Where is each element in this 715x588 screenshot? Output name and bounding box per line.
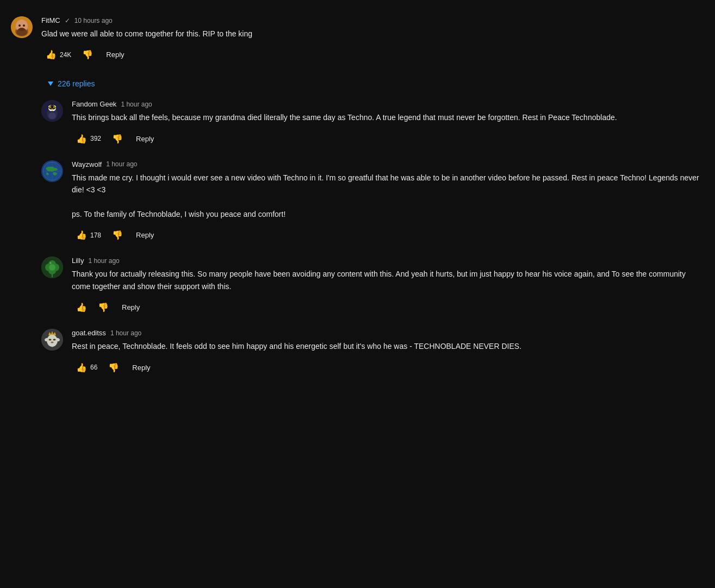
avatar-wayzwolf (41, 160, 63, 182)
svg-point-30 (50, 262, 52, 264)
thumbs-up-icon-3: 👍 (76, 230, 87, 240)
comment-header-fandom-geek: Fandom Geek 1 hour ago (72, 100, 704, 108)
comment-actions-fitmc: 👍 24K 👎 Reply (41, 46, 704, 63)
comment-text-fandom-geek: This brings back all the feels, because … (72, 111, 704, 123)
dislike-button-wayzwolf[interactable]: 👎 (108, 227, 127, 243)
avatar-goat-editss (41, 329, 63, 351)
verified-icon-fitmc: ✓ (65, 17, 70, 24)
timestamp-goat-editss: 1 hour ago (110, 329, 141, 337)
svg-point-38 (51, 342, 52, 343)
thumbs-down-icon-4: 👎 (98, 302, 109, 312)
comment-header-fitmc: FitMC ✓ 10 hours ago (41, 16, 704, 24)
comment-text-wayzwolf: This made me cry. I thought i would ever… (72, 172, 704, 221)
chevron-down-icon (48, 82, 53, 86)
comment-actions-fandom-geek: 👍 392 👎 Reply (72, 130, 704, 147)
comment-header-lilly: Lilly 1 hour ago (72, 257, 704, 265)
like-count-fitmc: 24K (60, 51, 71, 59)
replies-toggle[interactable]: 226 replies (41, 76, 102, 91)
comment-body-goat-editss: goat.editss 1 hour ago Rest in peace, Te… (72, 329, 704, 376)
dislike-button-fitmc[interactable]: 👎 (78, 46, 97, 63)
timestamp-fandom-geek: 1 hour ago (121, 101, 152, 108)
svg-point-36 (53, 339, 56, 341)
svg-point-13 (49, 107, 51, 108)
comment-header-goat-editss: goat.editss 1 hour ago (72, 329, 704, 337)
timestamp-wayzwolf: 1 hour ago (106, 160, 137, 168)
thumbs-down-icon-5: 👎 (108, 362, 119, 373)
comment-header-wayzwolf: Wayzwolf 1 hour ago (72, 160, 704, 168)
thumbs-down-icon-3: 👎 (112, 230, 123, 240)
comment-actions-goat-editss: 👍 66 👎 Reply (72, 359, 704, 376)
dislike-button-fandom-geek[interactable]: 👎 (108, 130, 127, 147)
thumbs-down-icon-2: 👎 (112, 134, 123, 144)
author-name-wayzwolf: Wayzwolf (72, 160, 102, 168)
svg-point-39 (52, 342, 53, 343)
thumbs-down-icon: 👎 (82, 49, 93, 60)
like-count-goat-editss: 66 (90, 364, 97, 371)
comment-text-goat-editss: Rest in peace, Technoblade. It feels odd… (72, 340, 704, 352)
avatar-fitmc (11, 16, 33, 38)
thumbs-up-icon-4: 👍 (76, 302, 87, 312)
like-count-wayzwolf: 178 (90, 232, 101, 239)
svg-point-3 (18, 24, 21, 27)
author-name-fandom-geek: Fandom Geek (72, 100, 116, 108)
comment-body-fitmc: FitMC ✓ 10 hours ago Glad we were all ab… (41, 16, 704, 63)
dislike-button-goat-editss[interactable]: 👎 (104, 359, 123, 376)
thumbs-up-icon-2: 👍 (76, 134, 87, 144)
comment-actions-lilly: 👍 👎 Reply (72, 299, 704, 316)
comment-text-fitmc: Glad we were all able to come together f… (41, 28, 704, 40)
svg-point-28 (49, 264, 55, 271)
comment-body-lilly: Lilly 1 hour ago Thank you for actually … (72, 257, 704, 316)
comment-lilly: Lilly 1 hour ago Thank you for actually … (41, 257, 704, 316)
comment-body-wayzwolf: Wayzwolf 1 hour ago This made me cry. I … (72, 160, 704, 244)
author-name-goat-editss: goat.editss (72, 329, 106, 337)
avatar-lilly (41, 257, 63, 278)
comment-section: FitMC ✓ 10 hours ago Glad we were all ab… (11, 11, 704, 395)
like-button-goat-editss[interactable]: 👍 66 (72, 359, 102, 376)
svg-point-32 (47, 335, 58, 347)
comment-wayzwolf: Wayzwolf 1 hour ago This made me cry. I … (41, 160, 704, 244)
comment-actions-wayzwolf: 👍 178 👎 Reply (72, 227, 704, 243)
author-name-lilly: Lilly (72, 257, 84, 265)
svg-point-16 (48, 112, 56, 119)
reply-button-lilly[interactable]: Reply (117, 300, 144, 315)
like-count-fandom-geek: 392 (90, 135, 101, 142)
author-name-fitmc: FitMC (41, 16, 60, 24)
dislike-button-lilly[interactable]: 👎 (94, 299, 113, 316)
reply-button-fandom-geek[interactable]: Reply (132, 132, 158, 146)
svg-point-6 (18, 28, 25, 31)
replies-count-label: 226 replies (58, 79, 95, 88)
svg-point-4 (23, 24, 25, 27)
thumbs-up-icon: 👍 (46, 49, 57, 60)
comment-body-fandom-geek: Fandom Geek 1 hour ago This brings back … (72, 100, 704, 147)
comment-fandom-geek: Fandom Geek 1 hour ago This brings back … (41, 100, 704, 147)
reply-button-goat-editss[interactable]: Reply (128, 360, 154, 375)
like-button-wayzwolf[interactable]: 👍 178 (72, 227, 105, 243)
comment-fitmc: FitMC ✓ 10 hours ago Glad we were all ab… (11, 16, 704, 63)
reply-button-fitmc[interactable]: Reply (102, 47, 128, 62)
svg-point-35 (49, 339, 52, 341)
comment-text-lilly: Thank you for actually releasing this. S… (72, 268, 704, 292)
avatar-fandom-geek (41, 100, 63, 122)
timestamp-lilly: 1 hour ago (88, 257, 119, 265)
reply-button-wayzwolf[interactable]: Reply (132, 228, 158, 242)
like-button-lilly[interactable]: 👍 (72, 299, 91, 316)
like-button-fitmc[interactable]: 👍 24K (41, 46, 76, 63)
comment-goat-editss: goat.editss 1 hour ago Rest in peace, Te… (41, 329, 704, 376)
thumbs-up-icon-5: 👍 (76, 362, 87, 373)
like-button-fandom-geek[interactable]: 👍 392 (72, 130, 105, 147)
svg-point-14 (54, 107, 55, 108)
timestamp-fitmc: 10 hours ago (74, 17, 113, 24)
